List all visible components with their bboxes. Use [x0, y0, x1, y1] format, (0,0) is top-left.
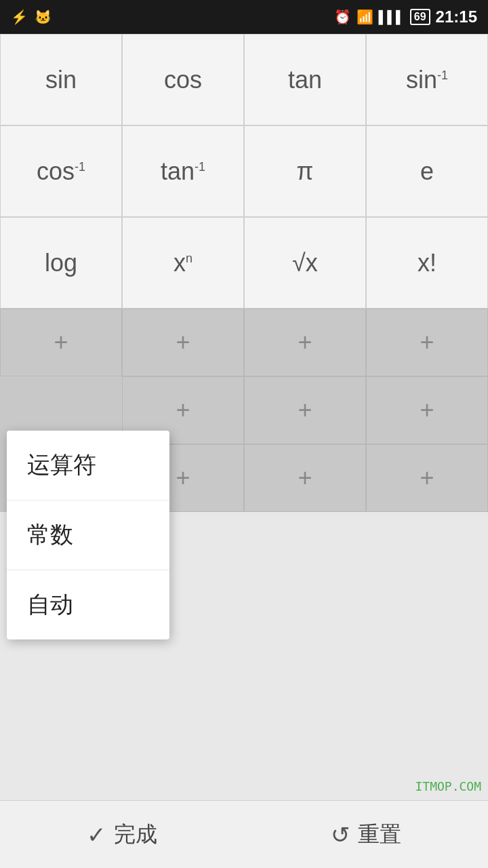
- cos-inv-button[interactable]: cos-1: [0, 125, 122, 217]
- sci-grid: sin cos tan sin-1 cos-1 tan-1 π e log xn…: [0, 34, 488, 309]
- custom-cell-3-4[interactable]: +: [366, 444, 488, 512]
- custom-cell-1-1[interactable]: +: [0, 309, 122, 376]
- dropdown-item-auto[interactable]: 自动: [7, 570, 169, 639]
- sqrt-button[interactable]: √x: [244, 217, 366, 309]
- cos-inv-label: cos-1: [37, 157, 85, 186]
- tan-inv-label: tan-1: [161, 157, 205, 186]
- log-label: log: [45, 249, 77, 277]
- pi-button[interactable]: π: [244, 125, 366, 217]
- reset-label: 重置: [358, 820, 401, 850]
- status-left: ⚡ 🐱: [11, 9, 52, 25]
- custom-cell-3-3[interactable]: +: [244, 444, 366, 512]
- lightning-icon: ⚡: [11, 9, 28, 25]
- custom-cell-2-3[interactable]: +: [244, 376, 366, 444]
- tan-button[interactable]: tan: [244, 34, 366, 125]
- reset-icon: ↺: [331, 821, 350, 848]
- dropdown-menu: 运算符 常数 自动: [7, 431, 169, 639]
- factorial-label: x!: [418, 249, 436, 277]
- log-button[interactable]: log: [0, 217, 122, 309]
- custom-cell-1-2[interactable]: +: [122, 309, 244, 376]
- tan-label: tan: [288, 66, 322, 94]
- done-label: 完成: [114, 820, 157, 850]
- custom-row-1: + + + +: [0, 309, 488, 376]
- done-button[interactable]: ✓ 完成: [87, 820, 157, 850]
- tan-inv-button[interactable]: tan-1: [122, 125, 244, 217]
- custom-cell-1-3[interactable]: +: [244, 309, 366, 376]
- e-label: e: [420, 157, 434, 186]
- wifi-icon: 📶: [357, 9, 373, 25]
- custom-cell-1-4[interactable]: +: [366, 309, 488, 376]
- watermark: ITMOP.COM: [415, 779, 481, 793]
- checkmark-icon: ✓: [87, 821, 106, 848]
- bottom-bar: ✓ 完成 ↺ 重置: [0, 800, 488, 868]
- reset-button[interactable]: ↺ 重置: [331, 820, 401, 850]
- pi-label: π: [297, 157, 314, 186]
- sin-inv-label: sin-1: [406, 66, 448, 94]
- time-display: 21:15: [436, 7, 477, 26]
- alarm-icon: ⏰: [334, 9, 351, 25]
- custom-cell-2-4[interactable]: +: [366, 376, 488, 444]
- sin-inv-button[interactable]: sin-1: [366, 34, 488, 125]
- sin-label: sin: [45, 66, 77, 94]
- sqrt-label: √x: [292, 249, 318, 277]
- dropdown-item-operators[interactable]: 运算符: [7, 431, 169, 500]
- e-button[interactable]: e: [366, 125, 488, 217]
- factorial-button[interactable]: x!: [366, 217, 488, 309]
- cat-icon: 🐱: [35, 9, 52, 25]
- dropdown-item-constants[interactable]: 常数: [7, 500, 169, 570]
- xn-button[interactable]: xn: [122, 217, 244, 309]
- signal-icon: ▌▌▌: [379, 10, 405, 24]
- xn-label: xn: [174, 249, 192, 277]
- battery-indicator: 69: [410, 9, 430, 25]
- cos-label: cos: [164, 66, 202, 94]
- sin-button[interactable]: sin: [0, 34, 122, 125]
- status-bar: ⚡ 🐱 ⏰ 📶 ▌▌▌ 69 21:15: [0, 0, 488, 34]
- status-right: ⏰ 📶 ▌▌▌ 69 21:15: [334, 7, 477, 26]
- cos-button[interactable]: cos: [122, 34, 244, 125]
